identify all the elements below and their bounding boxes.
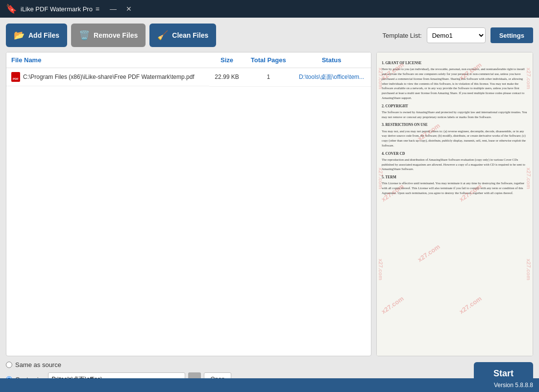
file-table-container: File Name Size Total Pages Status C:\Pro… (6, 52, 371, 356)
toolbar: 📂 Add Files 🗑️ Remove Files 🧹 Clean File… (6, 24, 533, 47)
status-link[interactable]: D:\tools\桌面\office\tem... (299, 74, 364, 80)
same-as-source-label: Same as source (15, 361, 61, 368)
add-files-icon: 📂 (14, 30, 24, 41)
clean-files-label: Clean Files (172, 31, 208, 39)
col-header-size: Size (209, 52, 245, 68)
remove-files-icon: 🗑️ (79, 30, 90, 41)
table-header-row: File Name Size Total Pages Status (6, 52, 371, 68)
remove-files-label: Remove Files (94, 31, 138, 39)
cell-filename: C:\Program Files (x86)\iLike-share\Free … (6, 68, 209, 86)
remove-files-button[interactable]: 🗑️ Remove Files (71, 24, 146, 47)
title-bar: 🔖 iLike PDF Watermark Pro ≡ — ✕ (0, 0, 539, 18)
same-as-source-row: Same as source (6, 361, 231, 368)
filename-text: C:\Program Files (x86)\iLike-share\Free … (23, 74, 195, 80)
cell-pages: 1 (245, 68, 292, 87)
col-header-filename: File Name (6, 52, 209, 68)
watermark-side-6: x27.com (526, 259, 532, 280)
minimize-button[interactable]: — (108, 5, 118, 13)
pdf-preview-content: 1. GRANT OF LICENSE Here by grants to yo… (382, 57, 528, 197)
clean-files-icon: 🧹 (157, 30, 168, 41)
app-logo-icon: 🔖 (6, 3, 17, 14)
main-content: 📂 Add Files 🗑️ Remove Files 🧹 Clean File… (0, 18, 539, 392)
watermark-7: x27.com (380, 294, 405, 315)
col-header-pages: Total Pages (245, 52, 292, 68)
status-bar: Version 5.8.8.8 (0, 378, 539, 392)
watermark-8: x27.com (458, 294, 483, 315)
col-header-status: Status (292, 52, 371, 68)
template-section: Template List: Demo1 Demo2 Default Setti… (383, 27, 534, 43)
settings-button[interactable]: Settings (490, 27, 533, 43)
window-controls: ≡ — ✕ (93, 5, 134, 13)
template-list-label: Template List: (383, 32, 422, 39)
app-title: iLike PDF Watermark Pro (21, 5, 93, 13)
file-table: File Name Size Total Pages Status C:\Pro… (6, 52, 371, 87)
preview-container: 1. GRANT OF LICENSE Here by grants to yo… (376, 52, 533, 356)
cell-size: 22.99 KB (209, 68, 245, 87)
template-dropdown[interactable]: Demo1 Demo2 Default (427, 27, 486, 43)
file-table-body: C:\Program Files (x86)\iLike-share\Free … (6, 68, 371, 87)
clean-files-button[interactable]: 🧹 Clean Files (149, 24, 216, 47)
preview-inner: 1. GRANT OF LICENSE Here by grants to yo… (377, 52, 533, 356)
pdf-icon (11, 72, 20, 82)
version-text: Version 5.8.8.8 (494, 382, 533, 389)
cell-status: D:\tools\桌面\office\tem... (292, 68, 371, 87)
add-files-button[interactable]: 📂 Add Files (6, 24, 67, 47)
menu-button[interactable]: ≡ (93, 5, 102, 13)
same-as-source-radio[interactable] (6, 362, 12, 368)
table-row[interactable]: C:\Program Files (x86)\iLike-share\Free … (6, 68, 371, 87)
middle-section: File Name Size Total Pages Status C:\Pro… (6, 52, 533, 356)
watermark-6: x27.com (416, 243, 441, 264)
watermark-side-3: x27.com (378, 259, 384, 280)
close-button[interactable]: ✕ (124, 5, 134, 13)
add-files-label: Add Files (28, 31, 59, 39)
